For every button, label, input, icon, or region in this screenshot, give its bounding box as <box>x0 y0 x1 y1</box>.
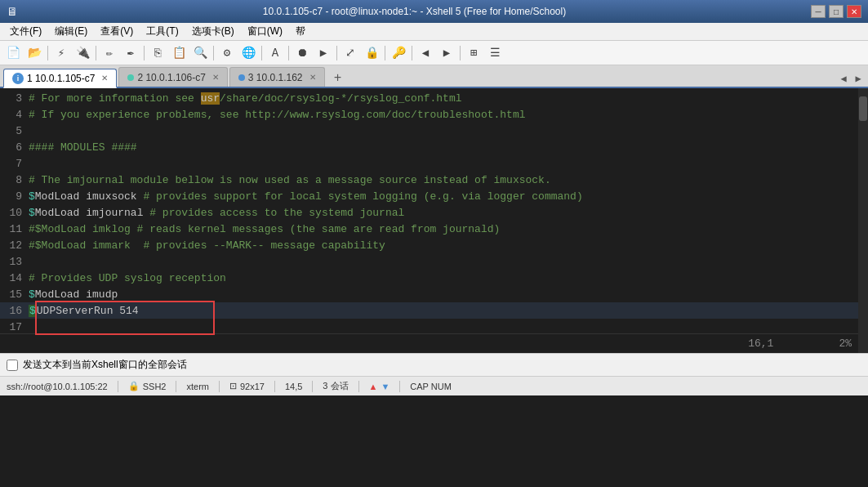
line-content-11: #$ModLoad imklog # reads kernel messages… <box>29 223 500 235</box>
tab-1-close[interactable]: ✕ <box>101 74 108 83</box>
tab-nav-left[interactable]: ◀ <box>837 70 850 87</box>
tab-nav-right[interactable]: ▶ <box>852 70 865 87</box>
toolbar-sep7 <box>336 46 337 60</box>
vertical-scrollbar[interactable] <box>858 88 868 353</box>
scrollbar-thumb[interactable] <box>859 96 867 121</box>
status-sep4 <box>274 381 275 392</box>
toolbar-copy[interactable]: ⎘ <box>148 44 167 62</box>
terminal-content: 3 # For more information see usr/share/d… <box>0 88 868 353</box>
toolbar-pencil2[interactable]: ✒ <box>121 44 140 62</box>
minimize-button[interactable]: ─ <box>811 5 826 18</box>
menu-tools[interactable]: 工具(T) <box>140 23 185 40</box>
window-title: 10.0.1.105-c7 - root@linux-node1:~ - Xsh… <box>18 6 811 17</box>
line-num-5: 5 <box>0 125 29 137</box>
terminal-area[interactable]: 3 # For more information see usr/share/d… <box>0 88 868 353</box>
line-16: 16 $UDPServerRun 514 <box>0 302 868 319</box>
maximize-button[interactable]: □ <box>829 5 844 18</box>
line-12: 12 #$ModLoad immark # provides --MARK-- … <box>0 237 868 253</box>
toolbar-expand[interactable]: ⤢ <box>341 44 360 62</box>
toolbar-settings[interactable]: ⚙ <box>217 44 237 62</box>
col-label: 14,5 <box>285 382 302 391</box>
line-num-11: 11 <box>0 223 29 235</box>
line-num-15: 15 <box>0 288 29 301</box>
toolbar-paste[interactable]: 📋 <box>169 44 189 62</box>
line-num-16: 16 <box>0 305 29 317</box>
status-sep1 <box>118 381 118 392</box>
toolbar-globe[interactable]: 🌐 <box>238 44 258 62</box>
line-num-10: 10 <box>0 207 29 219</box>
toolbar-play[interactable]: ▶ <box>314 44 333 62</box>
toolbar-connect[interactable]: ⚡ <box>51 44 71 62</box>
terminal-size-icon: ⊡ <box>229 381 237 391</box>
menu-view[interactable]: 查看(V) <box>94 23 140 40</box>
toolbar-connect2[interactable]: 🔌 <box>73 44 92 62</box>
menu-bar: 文件(F) 编辑(E) 查看(V) 工具(T) 选项卡(B) 窗口(W) 帮 <box>0 23 868 41</box>
line-8: 8 # The imjournal module bellow is now u… <box>0 172 868 188</box>
line-14: 14 # Provides UDP syslog reception <box>0 270 868 286</box>
line-content-6: #### MODULES #### <box>29 141 137 154</box>
status-sessions: 3 会话 <box>323 380 348 392</box>
toolbar-arrow-right[interactable]: ▶ <box>437 44 456 62</box>
caps-label: CAP NUM <box>410 382 452 391</box>
title-bar: 🖥 10.0.1.105-c7 - root@linux-node1:~ - X… <box>0 0 868 23</box>
line-10: 10 $ModLoad imjournal # provides access … <box>0 204 868 221</box>
menu-help[interactable]: 帮 <box>289 23 312 40</box>
tab-2[interactable]: 2 10.0.1.106-c7 ✕ <box>118 67 227 87</box>
line-num-8: 8 <box>0 174 29 186</box>
status-sep7 <box>399 381 400 392</box>
line-9: 9 $ModLoad imuxsock # provides support f… <box>0 188 868 204</box>
toolbar-arrow-left[interactable]: ◀ <box>416 44 435 62</box>
tab-1[interactable]: i 1 10.0.1.105-c7 ✕ <box>3 69 117 88</box>
menu-tabs[interactable]: 选项卡(B) <box>185 23 241 40</box>
line-content-10: $ModLoad imjournal # provides access to … <box>29 207 404 219</box>
arrow-down-icon: ▼ <box>381 382 389 391</box>
toolbar-sep1 <box>47 46 48 60</box>
arrow-up-icon: ▲ <box>369 382 378 391</box>
toolbar-layout2[interactable]: ☰ <box>485 44 505 62</box>
input-bar: 发送文本到当前Xshell窗口的全部会话 <box>0 353 868 376</box>
toolbar-sep3 <box>144 46 145 60</box>
line-num-14: 14 <box>0 272 29 284</box>
toolbar-key[interactable]: 🔑 <box>389 44 408 62</box>
line-17: 17 <box>0 319 868 335</box>
line-num-9: 9 <box>0 190 29 203</box>
status-sep5 <box>312 381 313 392</box>
tab-add-button[interactable]: + <box>330 70 346 87</box>
line-content-9: $ModLoad imuxsock # provides support for… <box>29 190 583 203</box>
window-controls[interactable]: ─ □ ✕ <box>811 5 861 18</box>
line-num-12: 12 <box>0 239 29 252</box>
tab-info-icon-1: i <box>12 73 24 84</box>
tab-bar: i 1 10.0.1.105-c7 ✕ 2 10.0.1.106-c7 ✕ 3 … <box>0 65 868 88</box>
toolbar-sep5 <box>261 46 262 60</box>
menu-window[interactable]: 窗口(W) <box>241 23 289 40</box>
toolbar-open[interactable]: 📂 <box>24 44 44 62</box>
line-num-6: 6 <box>0 141 29 154</box>
title-icon: 🖥 <box>7 5 18 18</box>
connection-url: ssh://root@10.0.1.105:22 <box>7 382 108 391</box>
toolbar-new[interactable]: 📄 <box>3 44 23 62</box>
toolbar-rec[interactable]: ⏺ <box>292 44 312 62</box>
tab-2-label: 2 10.0.1.106-c7 <box>137 72 205 83</box>
terminal-size-label: 92x17 <box>240 382 265 391</box>
menu-edit[interactable]: 编辑(E) <box>48 23 94 40</box>
cursor-position: 16,1 <box>748 337 773 350</box>
line-num-17: 17 <box>0 321 29 333</box>
line-num-4: 4 <box>0 109 29 121</box>
toolbar-layout[interactable]: ⊞ <box>464 44 483 62</box>
toolbar-sep9 <box>412 46 412 60</box>
toolbar-search[interactable]: 🔍 <box>190 44 210 62</box>
send-to-all-checkbox[interactable] <box>7 360 18 371</box>
toolbar-font[interactable]: A <box>265 44 285 62</box>
toolbar-pencil[interactable]: ✏ <box>100 44 119 62</box>
tab-3-close[interactable]: ✕ <box>309 73 316 82</box>
tab-2-close[interactable]: ✕ <box>212 73 219 82</box>
line-15: 15 $ModLoad imudp <box>0 286 868 302</box>
line-4: 4 # If you experience problems, see http… <box>0 106 868 123</box>
toolbar-lock[interactable]: 🔒 <box>362 44 381 62</box>
close-button[interactable]: ✕ <box>847 5 861 18</box>
line-5: 5 <box>0 123 868 139</box>
status-size: ⊡ 92x17 <box>229 381 265 391</box>
menu-file[interactable]: 文件(F) <box>3 23 48 40</box>
tab-3-label: 3 10.0.1.162 <box>248 72 303 83</box>
tab-3[interactable]: 3 10.0.1.162 ✕ <box>229 67 325 87</box>
